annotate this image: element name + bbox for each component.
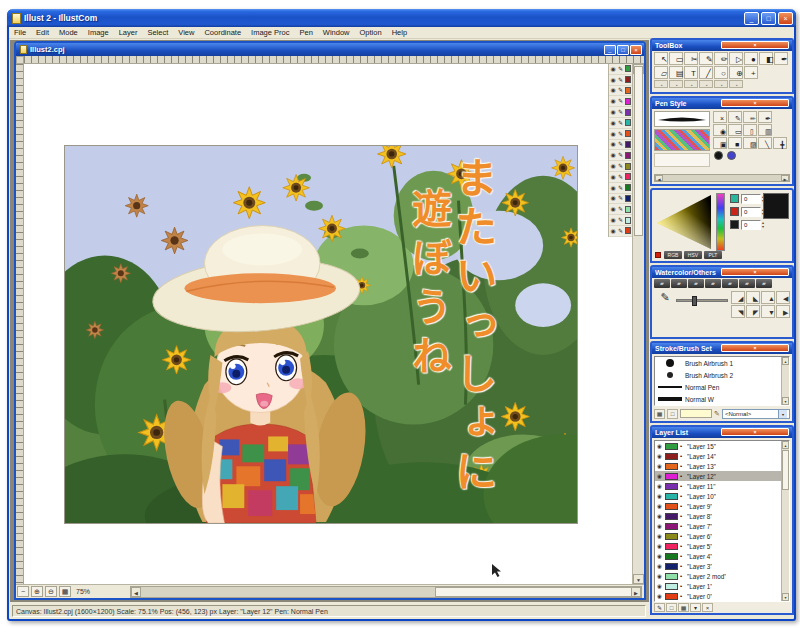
- blend-option-7[interactable]: ▼: [761, 305, 775, 318]
- scroll-right-icon[interactable]: ▶: [781, 175, 789, 181]
- lock-dot-icon[interactable]: •: [680, 443, 685, 449]
- canvas-layer-strip-row[interactable]: ◉ ✎: [609, 183, 632, 194]
- line-tool[interactable]: ╱: [699, 66, 713, 79]
- pen-icon[interactable]: ✎: [617, 185, 623, 191]
- delete-layer-icon[interactable]: ×: [702, 603, 713, 612]
- eye-icon[interactable]: ◉: [657, 523, 663, 529]
- tool-extra-4[interactable]: ▪: [699, 80, 713, 88]
- pen-icon[interactable]: ✎: [617, 77, 623, 83]
- select-arrow-tool[interactable]: ↖: [654, 52, 668, 65]
- lock-dot-icon[interactable]: •: [680, 553, 685, 559]
- eye-icon[interactable]: ◉: [657, 483, 663, 489]
- merge-layer-icon[interactable]: ▦: [678, 603, 689, 612]
- channel-swatch[interactable]: [730, 220, 739, 229]
- brush-item[interactable]: Normal W: [655, 393, 789, 405]
- text-tool[interactable]: T: [684, 66, 698, 79]
- tool-extra-1[interactable]: ▪: [654, 80, 668, 88]
- canvas-vertical-scrollbar[interactable]: ▲ ▼: [632, 64, 644, 584]
- pen-icon[interactable]: ✎: [617, 66, 623, 72]
- dropdown-icon[interactable]: ▾: [778, 410, 787, 418]
- color-tab-hsv[interactable]: HSV: [684, 251, 702, 259]
- channel-value-field[interactable]: 0: [741, 220, 761, 230]
- eye-icon[interactable]: ◉: [657, 583, 663, 589]
- layer-row[interactable]: ◉ • "Layer 3": [655, 561, 789, 571]
- lock-dot-icon[interactable]: •: [680, 453, 685, 459]
- blend-option-1[interactable]: ◢: [731, 291, 745, 304]
- eye-icon[interactable]: ◉: [657, 473, 663, 479]
- lock-dot-icon[interactable]: •: [680, 493, 685, 499]
- layer-list-scrollbar[interactable]: ▴ ▾: [781, 441, 789, 601]
- flat-tip-icon[interactable]: ▭: [728, 124, 742, 136]
- layer-row[interactable]: ◉ • "Layer 8": [655, 511, 789, 521]
- eye-icon[interactable]: ◉: [610, 163, 616, 169]
- layer-row[interactable]: ◉ • "Layer 12": [655, 471, 789, 481]
- no-style-icon[interactable]: ×: [713, 111, 727, 123]
- canvas-layer-strip-row[interactable]: ◉ ✎: [609, 194, 632, 205]
- option-tab-3[interactable]: ▰: [688, 279, 704, 288]
- eye-icon[interactable]: ◉: [610, 185, 616, 191]
- layer-row[interactable]: ◉ • "Layer 14": [655, 451, 789, 461]
- canvas-minimize-button[interactable]: _: [604, 45, 616, 55]
- layer-row[interactable]: ◉ • "Layer 10": [655, 491, 789, 501]
- option-tab-7[interactable]: ▰: [756, 279, 772, 288]
- layer-row[interactable]: ◉ • "Layer 15": [655, 441, 789, 451]
- blend-option-6[interactable]: ◤: [746, 305, 760, 318]
- pen-icon[interactable]: ✎: [617, 87, 623, 93]
- canvas-layer-strip-row[interactable]: ◉ ✎: [609, 64, 632, 75]
- canvas-close-button[interactable]: ×: [630, 45, 642, 55]
- canvas-page[interactable]: またいっしょに 遊ぼうね ◉ ✎: [24, 64, 644, 584]
- eye-icon[interactable]: ◉: [610, 206, 616, 212]
- scroll-left-icon[interactable]: ◀: [131, 587, 141, 597]
- solid-icon[interactable]: ■: [728, 137, 742, 149]
- eye-icon[interactable]: ◉: [610, 174, 616, 180]
- move-tool[interactable]: +: [744, 66, 758, 79]
- square-tip-icon[interactable]: ▯: [743, 124, 757, 136]
- marquee-tool[interactable]: ▭: [669, 52, 683, 65]
- canvas-layer-strip-row[interactable]: ◉ ✎: [609, 118, 632, 129]
- blend-mode-select[interactable]: <Normal> ▾: [722, 409, 790, 419]
- canvas-layer-strip-row[interactable]: ◉ ✎: [609, 129, 632, 140]
- eye-icon[interactable]: ◉: [657, 503, 663, 509]
- pen-icon[interactable]: ✎: [617, 163, 623, 169]
- tool-extra-6[interactable]: ▪: [729, 80, 743, 88]
- eye-icon[interactable]: ◉: [657, 453, 663, 459]
- brush-set-title-bar[interactable]: Stroke/Brush Set ×: [652, 343, 792, 354]
- canvas-layer-strip-row[interactable]: ◉ ✎: [609, 215, 632, 226]
- pen-icon[interactable]: ✎: [617, 109, 623, 115]
- eye-icon[interactable]: ◉: [610, 131, 616, 137]
- canvas-layer-strip-row[interactable]: ◉ ✎: [609, 161, 632, 172]
- horizontal-scroll-thumb[interactable]: [435, 587, 639, 597]
- eraser-tool[interactable]: ▱: [654, 66, 668, 79]
- layer-row[interactable]: ◉ • "Layer 7": [655, 521, 789, 531]
- lock-dot-icon[interactable]: •: [680, 513, 685, 519]
- eye-icon[interactable]: ◉: [657, 533, 663, 539]
- pen-icon[interactable]: ✎: [617, 152, 623, 158]
- option-tab-4[interactable]: ▰: [705, 279, 721, 288]
- eye-icon[interactable]: ◉: [657, 543, 663, 549]
- eye-icon[interactable]: ◉: [657, 463, 663, 469]
- blend-option-4[interactable]: ◀: [776, 291, 790, 304]
- round-tip-icon[interactable]: ◉: [713, 124, 727, 136]
- pen-icon[interactable]: ✎: [617, 228, 623, 234]
- menu-select[interactable]: Select: [142, 28, 173, 37]
- palette-color-dot[interactable]: [655, 252, 661, 258]
- minimize-button[interactable]: _: [744, 12, 759, 25]
- pen-icon[interactable]: ✎: [617, 217, 623, 223]
- tool-extra-5[interactable]: ▪: [714, 80, 728, 88]
- eye-icon[interactable]: ◉: [610, 195, 616, 201]
- menu-mode[interactable]: Mode: [54, 28, 83, 37]
- eye-icon[interactable]: ◉: [610, 120, 616, 126]
- plus-icon[interactable]: ╋: [773, 137, 787, 149]
- color-triangle[interactable]: [655, 193, 713, 251]
- pen-icon[interactable]: ✎: [617, 98, 623, 104]
- brush-item[interactable]: Brush Airbrush 1: [655, 357, 789, 369]
- color-dot-black[interactable]: [714, 151, 723, 160]
- pen-bold-icon[interactable]: ✒: [758, 111, 772, 123]
- canvas-layer-strip-row[interactable]: ◉ ✎: [609, 96, 632, 107]
- channel-value-field[interactable]: 0: [741, 194, 761, 204]
- close-button[interactable]: ×: [778, 12, 793, 25]
- tool-extra-3[interactable]: ▪: [684, 80, 698, 88]
- texture-swatch[interactable]: [654, 129, 710, 151]
- layer-row[interactable]: ◉ • "Layer 13": [655, 461, 789, 471]
- title-bar[interactable]: Illust 2 - IllustCom _ □ ×: [7, 9, 796, 27]
